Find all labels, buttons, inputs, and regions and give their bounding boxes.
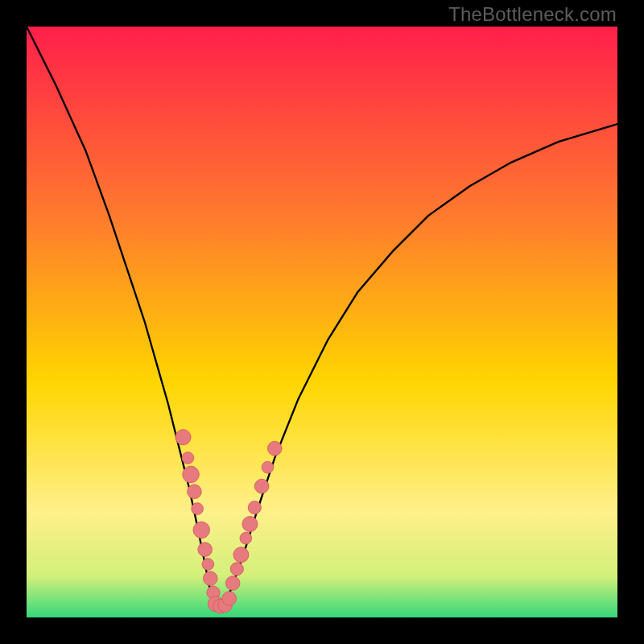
watermark-text: TheBottleneck.com xyxy=(448,3,617,26)
data-marker xyxy=(188,485,202,499)
data-marker xyxy=(254,479,269,493)
data-marker xyxy=(202,559,214,571)
data-marker xyxy=(233,547,249,563)
data-marker xyxy=(242,516,258,531)
data-marker xyxy=(222,592,237,606)
plot-area xyxy=(27,27,617,617)
data-marker xyxy=(192,503,204,515)
data-marker xyxy=(175,430,191,445)
data-marker xyxy=(183,466,200,483)
data-marker xyxy=(248,501,261,514)
data-marker xyxy=(203,572,217,586)
data-marker xyxy=(267,441,282,456)
data-marker xyxy=(230,563,243,576)
data-marker xyxy=(225,576,240,591)
data-marker xyxy=(193,522,210,539)
outer-frame: TheBottleneck.com xyxy=(0,0,644,644)
data-marker xyxy=(262,461,274,473)
bottleneck-curve xyxy=(27,27,617,617)
data-marker xyxy=(240,532,252,544)
data-marker xyxy=(182,452,194,464)
data-marker xyxy=(198,543,213,557)
